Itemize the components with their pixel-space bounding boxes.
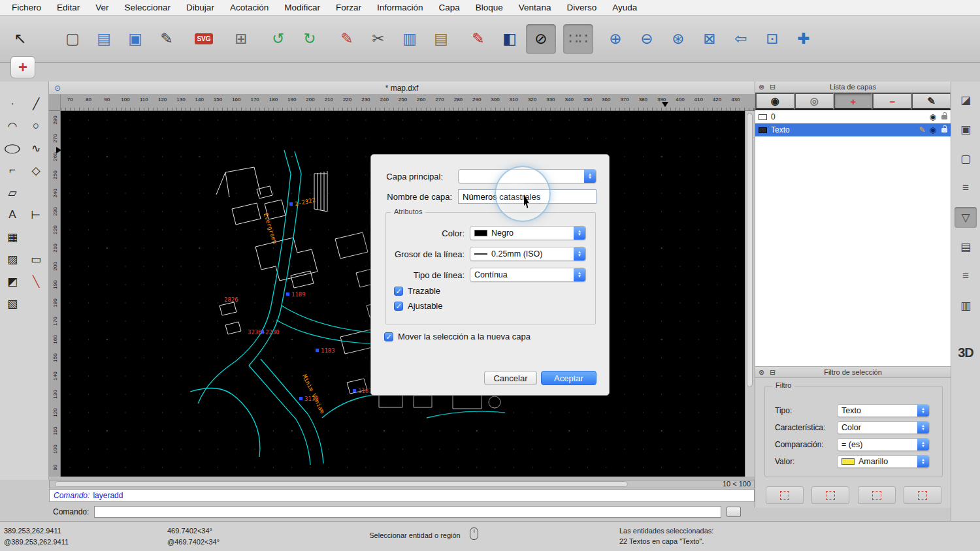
menu-item[interactable]: Ventana xyxy=(519,3,551,12)
menu-item[interactable]: Fichero xyxy=(12,3,41,12)
menu-item[interactable]: Modificar xyxy=(284,3,320,12)
linetype-select[interactable]: Contínua xyxy=(470,268,586,282)
edit-drawing-icon[interactable]: ✎ xyxy=(152,24,182,54)
draft-mode-icon[interactable]: ⊘ xyxy=(526,24,556,54)
polygon-tool-icon[interactable]: ◇ xyxy=(25,160,46,181)
zoom-previous-icon[interactable]: ⇦ xyxy=(726,24,756,54)
accept-button[interactable]: Aceptar xyxy=(541,371,596,385)
zoom-selection-icon[interactable]: ⊠ xyxy=(694,24,725,54)
undo-icon[interactable]: ↺ xyxy=(263,24,293,54)
selection-filter-panel-icon[interactable]: ▽ xyxy=(955,207,977,228)
lineweight-select[interactable]: 0.25mm (ISO) xyxy=(470,247,586,261)
open-file-icon[interactable]: ▤ xyxy=(89,24,119,54)
close-panel-icon[interactable]: ⊗ xyxy=(759,82,764,92)
text-tool-icon[interactable]: A xyxy=(2,204,23,225)
box-3d-tool-icon[interactable]: ▧ xyxy=(2,293,23,314)
highlight-pen-icon[interactable]: ✎ xyxy=(463,24,493,54)
polyline-tool-icon[interactable]: ⌐ xyxy=(2,160,23,181)
blocks-panel-icon[interactable]: ▣ xyxy=(955,119,977,140)
menu-item[interactable]: Diverso xyxy=(566,3,596,12)
vertical-scrollbar[interactable] xyxy=(745,111,755,477)
zoom-window-icon[interactable]: ⊡ xyxy=(757,24,787,54)
paste-icon[interactable]: ▤ xyxy=(426,24,456,54)
image-tool-icon[interactable]: ▦ xyxy=(2,227,23,247)
cad-toolbar-main-button[interactable]: + xyxy=(10,56,35,78)
filter-comparison-select[interactable]: = (es) xyxy=(837,438,930,451)
library-panel-icon[interactable]: ▤ xyxy=(955,236,977,257)
layer-edit-icon[interactable]: ✎ xyxy=(919,125,925,134)
menu-item[interactable]: Forzar xyxy=(336,3,361,12)
detach-panel-icon[interactable]: ⊟ xyxy=(770,82,776,92)
filter-property-select[interactable]: Color xyxy=(837,421,930,434)
checkbox-checked-icon[interactable] xyxy=(394,302,403,311)
menu-item[interactable]: Ayuda xyxy=(612,3,637,12)
menu-item[interactable]: Ver xyxy=(95,3,108,12)
color-select[interactable]: Negro xyxy=(470,226,586,240)
ellipse-tool-icon[interactable]: ◯ xyxy=(2,138,23,159)
edit-layer-icon[interactable]: ✎ xyxy=(911,93,951,110)
menu-item[interactable]: Editar xyxy=(57,3,80,12)
panel-switch-3d[interactable]: 3D xyxy=(951,345,980,360)
layer-row-selected[interactable]: Texto ✎ ◉ xyxy=(755,123,951,136)
layer-lock-icon[interactable] xyxy=(941,128,947,133)
cut-icon[interactable]: ✂ xyxy=(363,24,393,54)
hatch-pattern-tool-icon[interactable]: ▨ xyxy=(2,249,23,270)
filter-type-select[interactable]: Texto xyxy=(837,404,930,417)
filter-deselect-icon[interactable] xyxy=(858,486,896,504)
point-tool-icon[interactable]: ∙ xyxy=(2,93,23,114)
horizontal-scrollbar[interactable]: 10 < 100 xyxy=(49,480,755,488)
command-input[interactable] xyxy=(94,506,721,518)
zoom-auto-icon[interactable]: ⊛ xyxy=(663,24,693,54)
erase-tool-icon[interactable]: ╲ xyxy=(25,271,46,292)
filter-select-add-icon[interactable] xyxy=(811,486,849,504)
draw-pen-icon[interactable]: ✎ xyxy=(332,24,362,54)
clipboard-panel-icon[interactable]: ▥ xyxy=(955,295,977,316)
layer-visibility-icon[interactable]: ◉ xyxy=(930,112,936,121)
hatch-region-tool-icon[interactable]: ▱ xyxy=(2,182,23,203)
svg-export-icon[interactable]: SVG xyxy=(189,24,219,54)
copy-icon[interactable]: ▥ xyxy=(395,24,425,54)
menu-item[interactable]: Información xyxy=(377,3,423,12)
line-tool-icon[interactable]: ╱ xyxy=(25,93,46,114)
grid-toggle-icon[interactable]: ∷∷ xyxy=(563,24,593,54)
redo-icon[interactable]: ↻ xyxy=(295,24,325,54)
circle-tool-icon[interactable]: ○ xyxy=(25,116,46,136)
detach-panel-icon[interactable]: ⊟ xyxy=(770,367,776,377)
spline-tool-icon[interactable]: ∿ xyxy=(25,138,46,159)
close-panel-icon[interactable]: ⊗ xyxy=(759,367,764,377)
checkbox-checked-icon[interactable] xyxy=(384,332,393,341)
filter-value-select[interactable]: Amarillo xyxy=(837,455,930,468)
layer-lock-icon[interactable] xyxy=(941,115,947,119)
print-preview-icon[interactable]: ⊞ xyxy=(226,24,256,54)
menu-item[interactable]: Capa xyxy=(439,3,460,12)
zoom-in-icon[interactable]: ⊕ xyxy=(600,24,630,54)
shape-edit-tool-icon[interactable]: ◩ xyxy=(2,271,23,292)
property-panel-icon[interactable]: ▢ xyxy=(955,148,977,169)
add-layer-icon[interactable]: + xyxy=(834,93,873,110)
menu-item[interactable]: Seleccionar xyxy=(125,3,171,12)
filter-select-intersect-icon[interactable] xyxy=(904,486,941,504)
cad-view-panel-icon[interactable]: ◪ xyxy=(955,89,977,110)
menu-item[interactable]: Acotación xyxy=(230,3,269,12)
remove-layer-icon[interactable]: − xyxy=(872,93,911,110)
dimension-tool-icon[interactable]: ⊢ xyxy=(25,204,46,225)
arc-tool-icon[interactable]: ◠ xyxy=(2,116,23,136)
horizontal-scrollbar-thumb[interactable] xyxy=(55,481,628,487)
pan-icon[interactable]: ✚ xyxy=(789,24,819,54)
layer-visibility-icon[interactable]: ◉ xyxy=(930,125,936,134)
command-options-icon[interactable] xyxy=(727,507,741,517)
menu-item[interactable]: Dibujar xyxy=(186,3,214,12)
new-file-icon[interactable]: ▢ xyxy=(57,24,88,54)
text-lines-panel-icon[interactable]: ≡ xyxy=(955,266,977,287)
measure-tool-icon[interactable]: ▭ xyxy=(25,249,46,270)
toggle-all-visibility-icon[interactable]: ◉ xyxy=(755,93,794,110)
invert-colors-icon[interactable]: ◧ xyxy=(495,24,525,54)
filter-select-icon[interactable] xyxy=(766,486,804,504)
toggle-visibility-icon[interactable]: ◎ xyxy=(794,93,834,110)
list-panel-icon[interactable]: ≡ xyxy=(955,178,977,198)
zoom-out-icon[interactable]: ⊖ xyxy=(632,24,662,54)
save-icon[interactable]: ▣ xyxy=(120,24,150,54)
vertical-scrollbar-thumb[interactable] xyxy=(747,113,753,387)
cancel-button[interactable]: Cancelar xyxy=(484,371,537,385)
menu-item[interactable]: Bloque xyxy=(476,3,503,12)
